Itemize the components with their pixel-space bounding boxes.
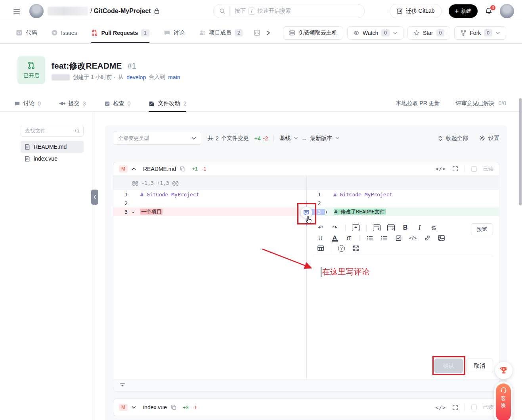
bullet-list-icon[interactable] (363, 233, 377, 243)
change-type-select[interactable]: 全部变更类型 (113, 132, 201, 145)
latest-chevron-down-icon[interactable] (335, 137, 340, 140)
diff-line[interactable]: 1 # GitCode-MyProject (113, 190, 306, 199)
collapse-all-button[interactable]: 收起全部 (438, 135, 468, 142)
numbered-list-icon[interactable] (377, 233, 392, 243)
notifications-button[interactable]: 3 (485, 7, 493, 15)
redo-icon[interactable]: ↷ (328, 223, 342, 232)
task-list-icon[interactable] (392, 233, 406, 243)
nav-tab-code[interactable]: 代码 (16, 22, 37, 43)
search-placeholder: 按下 / 快速开启搜索 (235, 8, 291, 15)
change-summary: 共 2 个文件变更 +4 -2 (208, 135, 268, 142)
nav-tab-pull-requests[interactable]: Pull Requests 1 (91, 22, 149, 43)
project-owner-avatar[interactable] (29, 4, 44, 18)
font-size-icon[interactable]: tT (342, 233, 356, 243)
file-deletions: -1 (193, 405, 197, 410)
italic-icon[interactable]: I (413, 223, 427, 232)
collapse-file-chevron-up-icon[interactable] (132, 167, 136, 170)
new-button[interactable]: + 新建 (449, 4, 478, 18)
comment-textarea[interactable]: 在这里写评论 (314, 256, 493, 359)
diff-line-removed[interactable]: 3 - 一个项目 (113, 207, 306, 216)
fullscreen-editor-icon[interactable] (349, 244, 363, 253)
settings-button[interactable]: 设置 (479, 135, 499, 142)
viewed-checkbox[interactable] (471, 405, 477, 410)
latest-version-label[interactable]: 最新版本 (310, 135, 332, 142)
code-block-icon[interactable]: </> (406, 233, 420, 243)
cancel-label: 取消 (474, 362, 485, 370)
file-name[interactable]: index.vue (143, 404, 167, 410)
summary-suffix: 个文件变更 (221, 135, 249, 142)
heading2-icon[interactable]: 2 (384, 223, 398, 232)
file-item-label: README.md (34, 144, 67, 150)
pr-byline: 创建于 1 小时前 · 从 develop 合入到 main (52, 74, 180, 81)
copy-icon[interactable] (180, 166, 185, 172)
tab-discussion[interactable]: 讨论 0 (14, 95, 41, 112)
page-scrollbar-thumb[interactable] (519, 98, 522, 205)
nav-more-chevron-icon[interactable] (266, 30, 271, 36)
underline-icon[interactable]: U (314, 233, 328, 243)
nav-tab-issues[interactable]: Issues (51, 22, 77, 43)
target-branch-link[interactable]: main (168, 74, 180, 81)
migrate-gitlab-button[interactable]: 迁移 GitLab (390, 4, 442, 18)
expand-file-chevron-down-icon[interactable] (132, 406, 136, 409)
copy-icon[interactable] (171, 405, 176, 410)
sidebar-collapse-handle[interactable] (91, 190, 98, 205)
line-text: # GitCode-MyProject (331, 192, 393, 198)
strikethrough-icon[interactable]: S (427, 223, 441, 232)
heading1-icon[interactable]: 1 (370, 223, 384, 232)
tab-checks[interactable]: 检查 0 (104, 95, 131, 112)
base-chevron-down-icon[interactable] (294, 137, 298, 140)
confirm-button[interactable]: 确认 (434, 359, 463, 373)
base-version-label[interactable]: 基线 (279, 135, 291, 142)
diff-block-icon[interactable]: ± (349, 223, 363, 232)
bold-icon[interactable]: B (398, 223, 413, 232)
editor-toolbar: ↶ ↷ ± 1 2 B I S U (314, 222, 493, 256)
file-additions: +3 (183, 405, 189, 410)
diff-line[interactable]: 2 (113, 199, 306, 207)
diff-line-added[interactable]: 3 + # 修改了README文件 (307, 207, 499, 216)
source-branch-link[interactable]: develop (126, 74, 146, 81)
font-color-icon[interactable]: A (332, 234, 338, 242)
cloud-host-button[interactable]: 免费领取云主机 (283, 26, 343, 40)
rewards-button[interactable] (495, 362, 512, 379)
tab-file-changes[interactable]: 文件改动 2 (149, 95, 186, 112)
file-item-readme[interactable]: README.md (21, 141, 84, 153)
fork-button[interactable]: Fork 0 (454, 26, 506, 40)
nav-tab-members[interactable]: 项目成员 2 (199, 22, 243, 43)
file-item-indexvue[interactable]: index.vue (21, 153, 84, 165)
view-source-button[interactable]: </> (436, 405, 446, 410)
undo-icon[interactable]: ↶ (314, 223, 328, 232)
tab-commits[interactable]: 提交 3 (59, 95, 86, 112)
global-search-input[interactable]: 按下 / 快速开启搜索 (213, 4, 365, 18)
toolbar-divider (273, 135, 274, 142)
diff-new-body: ↶ ↷ ± 1 2 B I S U (306, 216, 499, 379)
file-name[interactable]: README.md (143, 166, 176, 172)
star-button[interactable]: Star 0 (407, 26, 450, 40)
fullscreen-icon[interactable] (452, 166, 458, 172)
watch-count-badge: 0 (381, 29, 390, 36)
user-avatar[interactable] (500, 4, 514, 18)
menu-icon[interactable] (13, 7, 21, 15)
file-search-input[interactable]: 查找文件 (21, 125, 84, 137)
diff-line[interactable]: 1 # GitCode-MyProject (307, 190, 499, 199)
table-icon[interactable] (314, 244, 328, 253)
link-icon[interactable] (420, 233, 434, 243)
preview-button[interactable]: 预览 (471, 223, 493, 235)
project-name[interactable]: GitCode-MyProject (94, 8, 151, 15)
expand-down-icon[interactable] (120, 382, 125, 389)
nav-tab-code-label: 代码 (26, 29, 37, 36)
cancel-button[interactable]: 取消 (466, 359, 493, 373)
doc-file-icon (25, 144, 30, 150)
help-icon[interactable]: ? (335, 244, 349, 253)
diff-line[interactable]: 2 (307, 199, 499, 207)
add-comment-bubble-button[interactable] (300, 207, 312, 219)
image-icon[interactable] (434, 233, 449, 243)
path-separator: / (90, 8, 92, 15)
nav-tab-discussions[interactable]: 讨论 (164, 22, 185, 43)
pull-locally-link[interactable]: 本地拉取 PR 更新 (396, 100, 440, 107)
file-tree-sidebar: 查找文件 README.md index.vue (0, 112, 92, 420)
viewed-checkbox[interactable] (471, 166, 477, 172)
customer-service-button[interactable]: 客服 (496, 384, 511, 420)
watch-button[interactable]: Watch 0 (347, 26, 403, 40)
view-source-button[interactable]: </> (436, 166, 446, 172)
fullscreen-icon[interactable] (452, 405, 458, 410)
